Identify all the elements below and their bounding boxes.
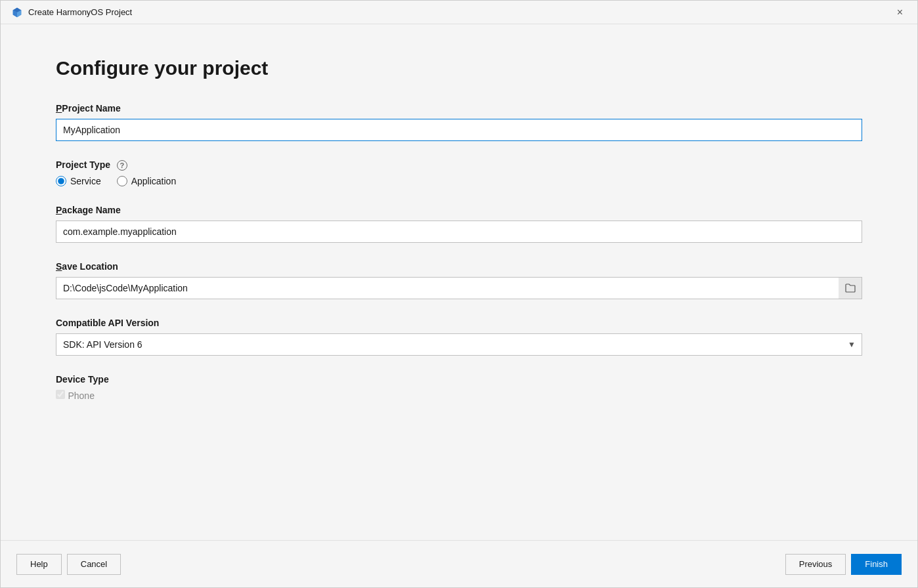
phone-checkbox-wrapper: Phone [56, 390, 95, 402]
finish-button[interactable]: Finish [851, 554, 902, 575]
project-type-label: Project Type ? [56, 159, 862, 171]
page-title: Configure your project [56, 57, 862, 79]
title-bar-left: Create HarmonyOS Project [11, 7, 132, 18]
folder-icon [845, 284, 856, 293]
radio-application-text: Application [131, 176, 177, 186]
phone-checkbox-label: Phone [68, 390, 94, 401]
footer: Help Cancel Previous Finish [1, 540, 917, 587]
device-type-checkbox-group: Phone [56, 390, 862, 402]
close-button[interactable]: × [893, 6, 907, 19]
device-type-label: Device Type [56, 374, 862, 385]
project-name-label: PProject Name [56, 103, 862, 114]
project-type-radio-group: Service Application [56, 176, 862, 186]
api-version-select-wrapper: SDK: API Version 6 SDK: API Version 5 SD… [56, 333, 862, 356]
harmony-logo-icon [11, 7, 23, 18]
radio-application-label[interactable]: Application [117, 176, 177, 186]
project-name-label-text: PProject Name [56, 103, 121, 114]
browse-folder-button[interactable] [839, 277, 862, 299]
footer-left: Help Cancel [16, 554, 121, 575]
radio-service-input[interactable] [56, 176, 66, 186]
project-type-group: Project Type ? Service Application [56, 159, 862, 186]
cancel-button[interactable]: Cancel [67, 554, 121, 575]
device-type-group: Device Type Phone [56, 374, 862, 402]
help-icon[interactable]: ? [117, 160, 127, 171]
dialog-window: Create HarmonyOS Project × Configure you… [0, 0, 918, 588]
save-location-label: Save Location [56, 261, 862, 272]
title-bar: Create HarmonyOS Project × [1, 1, 917, 24]
project-name-group: PProject Name [56, 103, 862, 141]
radio-service-text: Service [70, 176, 101, 186]
save-location-input[interactable] [56, 277, 862, 299]
package-name-label: Package Name [56, 205, 862, 215]
project-type-label-text: Project Type [56, 159, 110, 170]
api-version-group: Compatible API Version SDK: API Version … [56, 318, 862, 356]
package-name-group: Package Name [56, 205, 862, 243]
previous-button[interactable]: Previous [785, 554, 846, 575]
api-version-label: Compatible API Version [56, 318, 862, 328]
api-version-select[interactable]: SDK: API Version 6 SDK: API Version 5 SD… [56, 333, 862, 356]
save-location-wrapper [56, 277, 862, 299]
radio-application-input[interactable] [117, 176, 127, 186]
footer-right: Previous Finish [785, 554, 902, 575]
phone-checkbox[interactable] [56, 390, 65, 399]
help-button[interactable]: Help [16, 554, 62, 575]
package-name-input[interactable] [56, 220, 862, 243]
radio-service-label[interactable]: Service [56, 176, 101, 186]
save-location-group: Save Location [56, 261, 862, 299]
project-name-input[interactable] [56, 119, 862, 141]
main-content: Configure your project PProject Name Pro… [1, 24, 917, 540]
title-bar-text: Create HarmonyOS Project [28, 7, 132, 17]
